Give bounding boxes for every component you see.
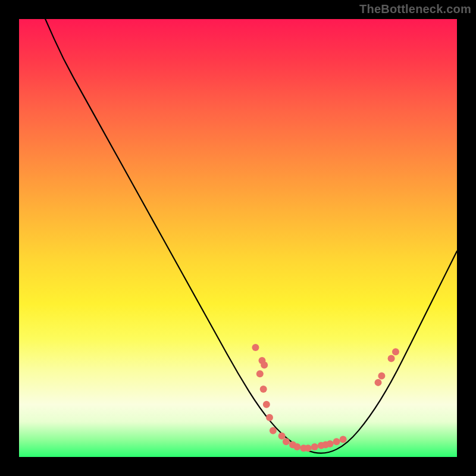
data-point [378,372,385,380]
data-point [263,401,270,408]
plot-area [19,19,457,457]
data-point [293,443,300,450]
data-point [261,361,268,368]
data-point [327,440,334,447]
data-point [278,433,286,440]
chart-svg [19,19,457,457]
data-points-scatter [252,344,399,452]
data-point [375,379,382,386]
data-point [305,444,312,452]
data-point [322,441,329,448]
data-point [318,442,325,449]
chart-container: TheBottleneck.com [0,0,476,476]
data-point [258,357,265,364]
data-point [340,436,347,443]
data-point [266,414,273,421]
data-point [388,355,395,362]
data-point [289,441,296,448]
data-point [252,344,259,351]
data-point [311,443,318,450]
watermark-text: TheBottleneck.com [359,2,471,16]
data-point [283,438,290,445]
data-point [333,438,340,445]
data-point [260,386,267,393]
data-point [256,370,264,377]
data-point [392,348,399,355]
data-point [300,444,307,452]
bottleneck-curve-line [45,19,457,453]
data-point [270,427,277,434]
